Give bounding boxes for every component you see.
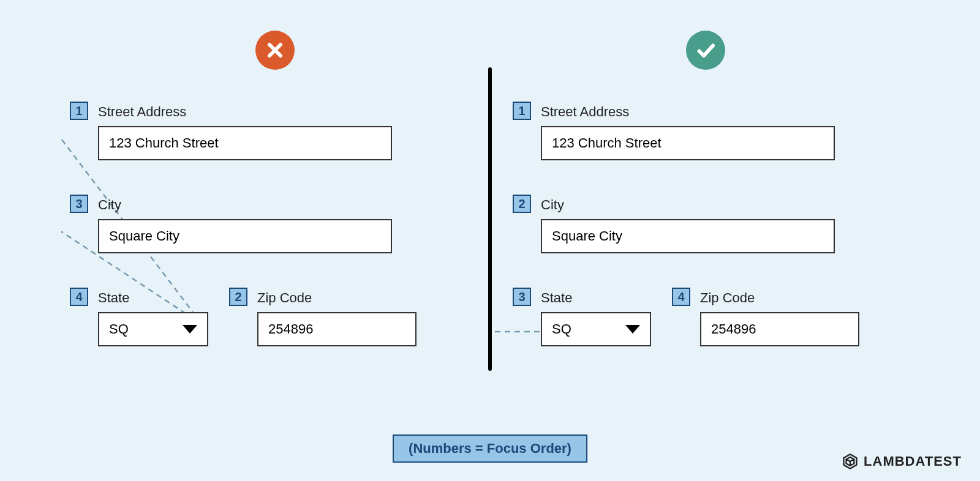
focus-order-badge: 4 [672, 288, 690, 306]
cross-icon [255, 31, 295, 70]
street-input[interactable]: 123 Church Street [98, 126, 392, 160]
field-zip: 2 Zip Code 254896 [257, 290, 417, 346]
state-value: SQ [552, 321, 571, 337]
state-value: SQ [109, 321, 129, 337]
state-select[interactable]: SQ [541, 312, 651, 346]
field-state-zip-row: 4 State SQ 2 Zip Code 254896 [98, 290, 476, 346]
field-street: 1 Street Address 123 Church Street [98, 104, 476, 160]
legend-box: (Numbers = Focus Order) [393, 434, 587, 463]
zip-input[interactable]: 254896 [700, 312, 859, 346]
state-label: State [541, 290, 651, 306]
form-right: 1 Street Address 123 Church Street 2 Cit… [492, 104, 919, 346]
focus-order-badge: 1 [70, 102, 88, 120]
panel-incorrect: 1 Street Address 123 Church Street 3 Cit… [61, 31, 488, 432]
check-icon [686, 31, 725, 70]
street-input[interactable]: 123 Church Street [541, 126, 835, 160]
focus-order-badge: 2 [513, 195, 531, 213]
focus-order-badge: 3 [513, 288, 531, 306]
focus-order-badge: 4 [70, 288, 88, 306]
field-city: 2 City Square City [541, 197, 907, 253]
brand-logo: LAMBDATEST [842, 453, 962, 470]
field-state-zip-row: 3 State SQ 4 Zip Code 254896 [541, 290, 907, 346]
city-label: City [541, 197, 907, 213]
state-select[interactable]: SQ [98, 312, 208, 346]
chevron-down-icon [183, 325, 197, 334]
panel-correct: 1 Street Address 123 Church Street 2 Cit… [492, 31, 919, 432]
field-state: 3 State SQ [541, 290, 651, 346]
city-label: City [98, 197, 476, 213]
lambdatest-icon [842, 453, 859, 470]
street-label: Street Address [541, 104, 907, 120]
zip-label: Zip Code [257, 290, 417, 306]
state-label: State [98, 290, 208, 306]
street-label: Street Address [98, 104, 476, 120]
diagram-container: 1 Street Address 123 Church Street 3 Cit… [0, 0, 980, 481]
field-state: 4 State SQ [98, 290, 208, 346]
brand-text: LAMBDATEST [864, 453, 962, 469]
field-zip: 4 Zip Code 254896 [700, 290, 859, 346]
form-left: 1 Street Address 123 Church Street 3 Cit… [61, 104, 488, 346]
chevron-down-icon [625, 325, 640, 334]
focus-order-badge: 2 [229, 288, 247, 306]
city-input[interactable]: Square City [541, 219, 835, 253]
focus-order-badge: 1 [513, 102, 531, 120]
focus-order-badge: 3 [70, 195, 88, 213]
field-city: 3 City Square City [98, 197, 476, 253]
zip-input[interactable]: 254896 [257, 312, 417, 346]
field-street: 1 Street Address 123 Church Street [541, 104, 907, 160]
city-input[interactable]: Square City [98, 219, 392, 253]
zip-label: Zip Code [700, 290, 859, 306]
